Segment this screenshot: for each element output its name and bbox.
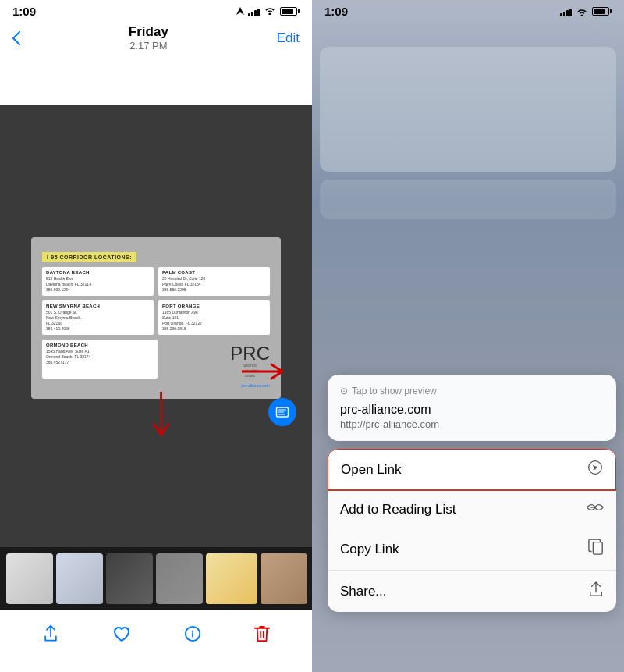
heart-icon [112, 625, 131, 642]
card-grid: DAYTONA BEACH 512 Health BlvdDaytona Bea… [42, 267, 270, 335]
loc-name-2: PALM COAST [162, 270, 266, 275]
card-header: I-95 CORRIDOR LOCATIONS: [42, 252, 136, 262]
share-icon-menu [588, 581, 604, 598]
menu-item-copy-link[interactable]: Copy Link [328, 528, 616, 571]
wifi-icon [264, 5, 276, 17]
card-url: prc-alliance.com [42, 383, 270, 388]
right-status-bar: 1:09 [312, 0, 624, 21]
loc-detail-5: 1545 Hand Ave, Suite A1Ormond Beach, FL … [46, 349, 154, 365]
open-link-icon [587, 460, 603, 475]
bg-shape-1 [320, 47, 616, 172]
share-button[interactable] [42, 624, 59, 648]
copy-icon [588, 539, 604, 560]
reading-list-label: Add to Reading List [340, 502, 456, 517]
battery-icon [280, 7, 300, 16]
location-daytona: DAYTONA BEACH 512 Health BlvdDaytona Bea… [42, 267, 154, 296]
white-spacer [0, 58, 312, 105]
edit-button[interactable]: Edit [277, 30, 300, 46]
left-nav-bar: Friday 2:17 PM Edit [0, 21, 312, 58]
reading-list-icon [587, 501, 604, 514]
loc-detail-3: 501 S. Orange St.New Smyrna Beach,FL 321… [46, 310, 150, 332]
location-port-orange: PORT ORANGE 1165 Dunlawton AveSuite 101P… [158, 300, 270, 335]
location-icon [236, 7, 244, 16]
compass-icon [587, 460, 603, 479]
thumbnail-4[interactable] [156, 553, 203, 604]
thumbnail-strip [0, 547, 312, 610]
info-button[interactable] [184, 625, 201, 647]
right-arrow-indicator [242, 363, 289, 383]
loc-name-5: ORMOND BEACH [46, 343, 154, 347]
chevron-left-icon [12, 31, 20, 45]
prc-text: PRC [230, 344, 270, 363]
location-new-smyrna: NEW SMYRNA BEACH 501 S. Orange St.New Sm… [42, 300, 154, 335]
left-status-icons [236, 5, 300, 17]
nav-title: Friday 2:17 PM [129, 24, 168, 52]
share-label: Share... [340, 584, 387, 599]
right-wifi-icon [576, 7, 588, 16]
share-icon [42, 624, 59, 643]
right-panel: 1:09 ⊙ Tap to show pr [312, 0, 624, 672]
loc-detail-4: 1165 Dunlawton AveSuite 101Port Orange, … [162, 310, 266, 332]
right-arrow-icon [242, 363, 289, 380]
live-text-icon [275, 405, 289, 419]
trash-icon [254, 624, 270, 643]
down-arrow-indicator [153, 392, 170, 446]
loc-name-3: NEW SMYRNA BEACH [46, 304, 150, 308]
loc-name: DAYTONA BEACH [46, 270, 150, 275]
photo-area: I-95 CORRIDOR LOCATIONS: DAYTONA BEACH 5… [0, 105, 312, 547]
right-status-icons [560, 7, 612, 16]
favorite-button[interactable] [112, 625, 131, 647]
share-up-icon [588, 581, 604, 602]
loc-name-4: PORT ORANGE [162, 304, 266, 308]
thumbnail-3[interactable] [106, 553, 153, 604]
preview-domain: prc-alliance.com [340, 403, 604, 417]
info-icon [184, 625, 201, 642]
live-text-button[interactable] [268, 398, 296, 426]
delete-button[interactable] [254, 624, 270, 648]
thumbnail-6[interactable] [261, 553, 307, 604]
link-preview-card[interactable]: ⊙ Tap to show preview prc-alliance.com h… [328, 375, 616, 441]
location-palm-coast: PALM COAST 20 Hospital Dr, Suite 120Palm… [158, 267, 270, 296]
thumbnail-2[interactable] [56, 553, 103, 604]
copy-link-label: Copy Link [340, 542, 399, 557]
nav-datetime: 2:17 PM [129, 40, 168, 52]
left-time: 1:09 [12, 5, 36, 18]
location-ormond: ORMOND BEACH 1545 Hand Ave, Suite A1Ormo… [42, 340, 158, 379]
wifi-symbol [264, 5, 276, 15]
context-menu: Open Link Add to Reading List [328, 449, 616, 612]
thumbnail-5[interactable] [206, 553, 257, 604]
open-link-label: Open Link [341, 462, 402, 478]
menu-item-share[interactable]: Share... [328, 571, 616, 612]
thumbnail-1[interactable] [6, 553, 53, 604]
copy-link-icon [588, 539, 604, 556]
back-button[interactable] [12, 31, 20, 45]
nav-day: Friday [129, 24, 168, 40]
bg-shape-2 [320, 180, 616, 219]
loc-detail: 512 Health BlvdDaytona Beach, FL 3211438… [46, 276, 150, 293]
right-signal-icon [560, 7, 572, 16]
loc-detail-2: 20 Hospital Dr, Suite 120Palm Coast, FL … [162, 276, 266, 293]
tap-hint: ⊙ Tap to show preview [340, 386, 604, 396]
menu-item-reading-list[interactable]: Add to Reading List [328, 491, 616, 528]
left-status-bar: 1:09 [0, 0, 312, 21]
menu-item-open-link[interactable]: Open Link [328, 449, 616, 491]
bottom-toolbar [0, 610, 312, 672]
preview-icon: ⊙ [340, 386, 348, 396]
down-arrow-icon [153, 392, 170, 443]
svg-rect-3 [593, 542, 602, 554]
right-time: 1:09 [324, 5, 348, 18]
signal-icon [248, 7, 260, 16]
context-area: ⊙ Tap to show preview prc-alliance.com h… [328, 375, 616, 612]
right-battery-icon [592, 7, 612, 16]
left-panel: 1:09 [0, 0, 312, 672]
glasses-icon [587, 501, 604, 517]
preview-url: http://prc-alliance.com [340, 418, 604, 430]
